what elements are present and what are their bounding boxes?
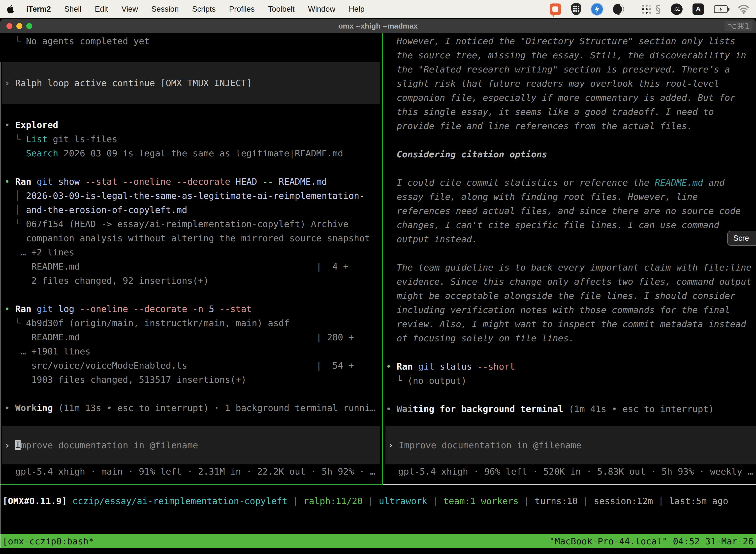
zoom-button[interactable] — [26, 23, 32, 29]
blue-sync-icon[interactable] — [591, 3, 603, 15]
text-segment: might be acceptable alongside the file l… — [386, 291, 736, 301]
right-pane-bottom-border — [383, 484, 756, 485]
traffic-lights — [6, 23, 32, 29]
terminal-line: 2 files changed, 92 insertions(+) — [0, 274, 382, 288]
text-segment: this single essay, it seems like a good … — [386, 107, 714, 117]
text-segment: └ — [4, 134, 26, 144]
chat-app-icon[interactable] — [550, 3, 561, 15]
text-segment: └ — [4, 318, 26, 328]
terminal-line: review. Also, I might want to inspect th… — [383, 317, 756, 331]
battery-bolt — [719, 7, 723, 12]
wifi-icon[interactable] — [738, 4, 750, 14]
apple-menu-icon[interactable] — [6, 4, 15, 14]
terminal-line — [383, 161, 756, 175]
s-hook-icon[interactable]: § — [655, 3, 661, 16]
text-segment: --short — [477, 362, 515, 372]
window-left-edge — [0, 62, 0, 548]
text-segment: show — [58, 176, 85, 187]
text-segment — [4, 148, 26, 158]
wifi-shape — [738, 4, 750, 14]
input-placeholder: mprove documentation in @filename — [20, 440, 198, 450]
terminal-line — [0, 288, 382, 302]
terminal-line: this single essay, it seems like a good … — [383, 105, 756, 119]
terminal-line: companion file, especially if more comme… — [383, 91, 756, 105]
terminal-line: essay file, along with finding root file… — [383, 189, 756, 204]
text-segment: └ — [4, 219, 26, 229]
dots-grid-icon[interactable] — [634, 3, 645, 15]
terminal-line: │ and-the-erosion-of-copyleft.md — [0, 203, 382, 217]
text-segment: • — [4, 304, 15, 314]
prompt-space — [10, 440, 15, 450]
text-segment: | — [288, 496, 304, 506]
terminal-line — [0, 104, 382, 118]
terminal-line: However, I noticed the "Directory Struct… — [383, 34, 756, 48]
tmux-status-bar: [omx-cczip0:bash* "MacBook-Pro-44.local"… — [0, 534, 756, 548]
inject-banner: › Ralph loop active continue [OMX_TMUX_I… — [2, 62, 380, 104]
terminal-line: might be acceptable alongside the file l… — [383, 289, 756, 303]
text-segment: … +2 lines — [4, 247, 74, 258]
menu-item-edit[interactable]: Edit — [95, 5, 108, 14]
minimize-button[interactable] — [16, 23, 22, 29]
menu-item-scripts[interactable]: Scripts — [192, 5, 216, 14]
left-input-box[interactable]: › Improve documentation in @filename — [2, 426, 380, 464]
left-status-line: gpt-5.4 xhigh · main · 91% left · 2.31M … — [0, 464, 382, 479]
text-segment: │ — [4, 205, 26, 215]
menu-item-view[interactable]: View — [122, 5, 138, 14]
text-segment: companion file, especially if more comme… — [386, 93, 736, 103]
right-pane[interactable]: However, I noticed the "Directory Struct… — [383, 33, 756, 484]
text-segment: 4b9d30f (origin/main, instructkr/main, m… — [26, 318, 290, 328]
right-status-line: gpt-5.4 xhigh · 96% left · 520K in · 5.8… — [383, 464, 756, 479]
pie-circle-icon[interactable] — [613, 3, 624, 15]
circle-61-icon[interactable]: ..61 — [671, 3, 683, 15]
shield-dots — [573, 6, 575, 7]
text-segment: | — [519, 496, 535, 506]
terminal-line: companion analysis without altering the … — [0, 231, 382, 245]
a-square-icon[interactable]: A — [693, 3, 704, 15]
terminal-line: └ (no output) — [383, 374, 756, 388]
prompt-space — [393, 440, 399, 450]
left-lines: └ No agents completed yet› Ralph loop ac… — [0, 34, 382, 415]
iterm-window: omx --xhigh --madmax ⌥⌘1 └ No agents com… — [0, 19, 756, 554]
terminal[interactable]: └ No agents completed yet› Ralph loop ac… — [0, 33, 756, 554]
text-segment: companion analysis without altering the … — [4, 233, 370, 243]
terminal-line — [383, 246, 756, 260]
pane-divider[interactable] — [382, 33, 383, 485]
text-segment: essay file, along with finding root file… — [386, 191, 698, 202]
close-button[interactable] — [6, 23, 12, 29]
chat-bubble-shape — [552, 6, 558, 12]
menu-item-toolbelt[interactable]: Toolbelt — [268, 5, 295, 14]
shield-grid-icon[interactable] — [571, 3, 581, 15]
text-segment: ultrawork — [379, 496, 427, 506]
menu-item-help[interactable]: Help — [349, 5, 365, 14]
text-segment: README.md — [655, 177, 703, 188]
text-segment: evidence. Since this change only affects… — [386, 277, 752, 287]
menu-item-iterm2[interactable]: iTerm2 — [26, 5, 51, 14]
waiting-status: • Waiting for background terminal (1m 41… — [383, 402, 756, 416]
tmux-host-clock: "MacBook-Pro-44.local" 04:52 31-Mar-26 — [549, 534, 754, 548]
menu-item-shell[interactable]: Shell — [64, 5, 81, 14]
text-segment: session:12m — [594, 496, 653, 506]
text-segment: README.md | 280 + — [4, 332, 354, 342]
menu-items: iTerm2ShellEditViewSessionScriptsProfile… — [26, 5, 365, 14]
terminal-line: The team guideline is to back every impo… — [383, 260, 756, 275]
battery-icon[interactable] — [714, 5, 728, 13]
text-segment: turns:10 — [535, 496, 578, 506]
left-pane[interactable]: └ No agents completed yet› Ralph loop ac… — [0, 33, 382, 484]
pie-circle-shape — [613, 3, 624, 15]
terminal-line: src/voice/voiceModeEnabled.ts | 54 + — [0, 358, 382, 373]
right-input-box[interactable]: › Improve documentation in @filename — [385, 426, 756, 464]
text-segment: | — [363, 496, 379, 506]
menu-item-window[interactable]: Window — [308, 5, 335, 14]
terminal-line: references need actual files, and since … — [383, 204, 756, 218]
menu-item-session[interactable]: Session — [151, 5, 179, 14]
text-segment: ting for background terminal — [413, 404, 563, 414]
text-segment: • — [386, 362, 397, 372]
title-bar[interactable]: omx --xhigh --madmax ⌥⌘1 — [0, 19, 756, 33]
text-segment: 5 — [209, 304, 219, 314]
terminal-line — [383, 133, 756, 147]
input-placeholder: Improve documentation in @filename — [398, 440, 581, 450]
screen-share-overlay-button[interactable]: Scre — [727, 231, 756, 246]
terminal-line — [0, 48, 382, 62]
menu-item-profiles[interactable]: Profiles — [229, 5, 254, 14]
terminal-line: of focusing solely on file lines. — [383, 331, 756, 345]
